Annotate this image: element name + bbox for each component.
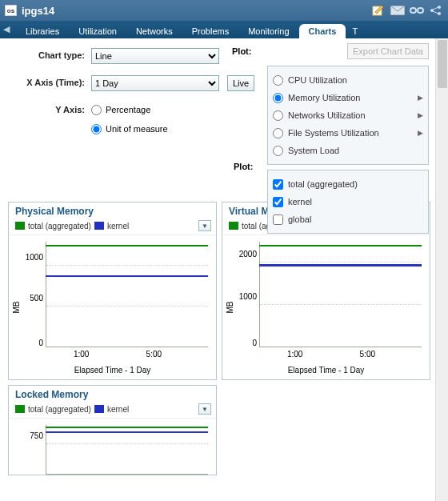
chart-physical-memory: Physical Memory total (aggregated) kerne… [8,202,217,380]
ytick: 0 [233,339,257,347]
vertical-scrollbar[interactable] [435,38,448,501]
plot-area: MB 0 500 1000 1:00 5:00 Elapsed Time - 1… [9,235,216,379]
plot-fs-label: File Systems Utilization [288,128,379,138]
plot-primary-label: Plot: [232,45,238,56]
charts-row-2: Locked Memory total (aggregated) kernel … [8,385,440,475]
window-icon: os [5,5,17,16]
legend-swatch-total [15,405,25,413]
yaxis-unit-label: Unit of measure [106,124,168,134]
title-bar: os ipgs14 [0,0,448,21]
plot-networks-label: Networks Utilization [288,110,366,120]
xaxis-select[interactable]: 1 Day [91,75,219,91]
tab-monitoring[interactable]: Monitoring [238,24,298,38]
chart-legend: total (aggregated) kernel ▼ [9,402,216,419]
plot-sysload-radio[interactable] [273,146,283,156]
tab-libraries[interactable]: Libraries [16,24,69,38]
legend-total-label: total (aggregated) [28,405,91,414]
plot-total-checkbox[interactable] [273,179,283,190]
scroll-left-icon[interactable]: ◀ [3,24,10,34]
plot-cpu-radio[interactable] [273,75,283,86]
plot-networks-radio[interactable] [273,110,283,121]
plot-fs-radio[interactable] [273,128,283,138]
chart-locked-memory: Locked Memory total (aggregated) kernel … [8,385,217,475]
yaxis-percentage-radio[interactable] [91,105,102,115]
yaxis-percentage-label: Percentage [106,105,150,114]
plot-cpu-option[interactable]: CPU Utilization [273,71,423,89]
svg-rect-2 [410,8,416,13]
plot-total-label: total (aggregated) [288,179,358,189]
chart-title: Physical Memory [9,202,216,218]
legend-dropdown[interactable]: ▼ [198,403,211,415]
plot-memory-option[interactable]: Memory Utilization ▶ [273,89,423,106]
yaxis-unit-option[interactable]: Unit of measure [91,122,168,136]
plot-memory-radio[interactable] [273,93,283,103]
xtick: 1:00 [287,350,302,359]
window-title: ipgs14 [22,5,54,17]
submenu-icon[interactable]: ▶ [418,111,423,119]
plot-total-option[interactable]: total (aggregated) [273,175,423,193]
plot-fs-option[interactable]: File Systems Utilization ▶ [273,124,423,142]
legend-swatch-kernel [94,405,104,413]
xaxis-label: Elapsed Time - 1 Day [9,366,216,375]
chart-title: Locked Memory [9,386,216,402]
ytick: 500 [19,293,43,302]
submenu-icon[interactable]: ▶ [418,94,423,102]
xaxis-label: Elapsed Time - 1 Day [222,366,430,375]
xtick: 5:00 [146,350,162,359]
yaxis-unit-radio[interactable] [91,124,102,134]
plot-memory-label: Memory Utilization [288,93,360,102]
legend-dropdown[interactable]: ▼ [198,220,211,231]
live-button[interactable]: Live [227,75,254,91]
tab-networks[interactable]: Networks [126,24,182,38]
plot-global-label: global [288,214,311,224]
plot-networks-option[interactable]: Networks Utilization ▶ [273,106,423,124]
series-total [46,427,208,428]
plot-area: 750 [9,419,216,475]
chart-legend: total (aggregated) kernel ▼ [9,218,216,235]
export-chart-data-button[interactable]: Export Chart Data [347,43,429,59]
xaxis-label: X Axis (Time): [11,75,91,87]
mail-icon[interactable] [390,4,405,17]
series-total [259,245,422,246]
tab-strip: ◀ Libraries Utilization Networks Problem… [0,21,448,38]
series-kernel [46,275,208,277]
xtick: 1:00 [74,350,89,359]
tab-problems[interactable]: Problems [182,24,238,38]
plot-global-option[interactable]: global [273,210,423,228]
chart-grid: 0 500 1000 [46,242,208,347]
yaxis-label: MB [226,302,234,314]
submenu-icon[interactable]: ▶ [418,129,423,137]
plot-settings: Export Chart Data Plot: CPU Utilization … [267,45,429,234]
plot-global-checkbox[interactable] [273,214,283,225]
chart-type-select[interactable]: Line [91,48,219,64]
legend-kernel-label: kernel [107,222,129,230]
link-icon[interactable] [410,4,424,17]
plot-secondary-label: Plot: [234,162,253,171]
compose-icon[interactable] [371,4,386,17]
tab-utilization[interactable]: Utilization [69,24,126,38]
ytick: 1000 [233,291,257,300]
plot-cpu-label: CPU Utilization [288,75,347,85]
plot-area: MB 0 1000 2000 1:00 5:00 Elapsed Time - … [222,235,430,379]
share-icon[interactable] [429,4,443,17]
scrollbar-thumb[interactable] [438,40,447,88]
plot-primary-panel: CPU Utilization Memory Utilization ▶ Net… [267,66,429,165]
xtick: 5:00 [360,350,375,359]
chart-type-label: Chart type: [11,48,91,60]
legend-total-label: total (aggregated) [28,222,91,230]
ytick: 1000 [19,253,43,262]
plot-secondary-panel: total (aggregated) kernel global [267,170,429,234]
plot-kernel-option[interactable]: kernel [273,193,423,210]
plot-kernel-checkbox[interactable] [273,197,283,207]
series-kernel [46,431,208,433]
svg-rect-3 [418,8,423,13]
yaxis-percentage-option[interactable]: Percentage [91,102,168,117]
tab-partial[interactable]: T [346,24,361,38]
plot-kernel-label: kernel [288,197,312,206]
legend-swatch-kernel [94,222,104,230]
series-total [46,245,208,246]
tab-charts[interactable]: Charts [299,24,346,38]
plot-sysload-label: System Load [288,146,339,155]
ytick: 750 [19,431,43,440]
plot-sysload-option[interactable]: System Load [273,142,423,159]
